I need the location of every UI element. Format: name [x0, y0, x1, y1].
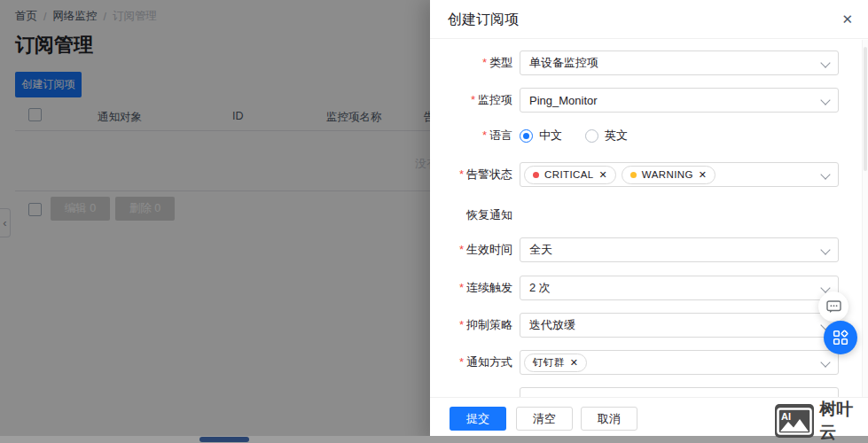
ai-image-logo-icon: AI: [775, 404, 814, 438]
horizontal-scrollbar[interactable]: [0, 436, 868, 443]
app-grid-icon: [833, 330, 848, 346]
tag-critical-label: CRITICAL: [544, 169, 594, 180]
field-label-alert-status: *告警状态: [430, 162, 512, 187]
tag-dingtalk-label: 钉钉群: [533, 356, 565, 369]
screen: 首页 / 网络监控 / 订阅管理 订阅管理 创建订阅项 通知对象 ID 监控项名…: [0, 0, 868, 443]
radio-label-chinese: 中文: [539, 128, 562, 144]
radio-unchecked-icon: [585, 129, 598, 143]
brand-name: 树叶云: [819, 398, 868, 443]
field-row-type: *类型 单设备监控项: [430, 51, 868, 75]
required-mark: *: [459, 281, 464, 294]
field-row-recovery-notice: 恢复通知: [430, 207, 868, 223]
field-label-language: *语言: [430, 127, 512, 144]
field-label-effective-time: *生效时间: [430, 237, 512, 262]
radio-label-english: 英文: [605, 128, 628, 144]
drawer-title: 创建订阅项: [448, 0, 519, 39]
cancel-button[interactable]: 取消: [581, 407, 637, 431]
close-icon[interactable]: ✕: [841, 11, 853, 28]
suppression-policy-select-value: 迭代放缓: [529, 317, 575, 333]
required-mark: *: [471, 93, 475, 106]
create-subscription-drawer: 创建订阅项 ✕ *类型 单设备监控项 *监控项 Ping_Monitor: [430, 0, 868, 443]
radio-option-chinese[interactable]: 中文: [520, 128, 562, 144]
required-mark: *: [459, 243, 464, 256]
horizontal-scrollbar-thumb[interactable]: [199, 437, 249, 442]
field-row-suppression-policy: *抑制策略 迭代放缓: [430, 313, 868, 338]
drawer-header: 创建订阅项 ✕: [430, 0, 868, 39]
field-label-type: *类型: [430, 51, 512, 75]
drawer-scrollbar-thumb[interactable]: [864, 47, 867, 171]
brand-watermark: AI 树叶云: [775, 398, 868, 443]
radio-option-english[interactable]: 英文: [585, 128, 628, 144]
tag-critical: CRITICAL ✕: [524, 166, 616, 184]
field-row-notify-method: *通知方式 钉钉群 ✕: [430, 350, 868, 375]
tag-remove-icon[interactable]: ✕: [699, 169, 707, 181]
clear-button[interactable]: 清空: [516, 407, 573, 431]
consecutive-triggers-select-value: 2 次: [529, 280, 551, 296]
feedback-float-button[interactable]: [818, 291, 848, 322]
tag-warning-label: WARNING: [642, 169, 693, 180]
required-mark: *: [482, 128, 487, 142]
apps-float-button[interactable]: [824, 321, 857, 354]
required-mark: *: [459, 318, 464, 331]
chevron-down-icon: [820, 169, 830, 179]
field-label-recovery-notice: 恢复通知: [430, 207, 512, 223]
effective-time-select-value: 全天: [529, 242, 552, 258]
monitor-item-select-value: Ping_Monitor: [529, 94, 598, 107]
field-label-notify-method: *通知方式: [430, 350, 512, 375]
chat-bubble-icon: [826, 300, 841, 314]
type-select[interactable]: 单设备监控项: [520, 51, 839, 75]
notify-method-multiselect[interactable]: 钉钉群 ✕: [520, 350, 839, 375]
alert-status-multiselect[interactable]: CRITICAL ✕ WARNING ✕: [520, 162, 839, 187]
svg-text:AI: AI: [781, 411, 791, 422]
language-radio-group: 中文 英文: [520, 127, 839, 144]
required-mark: *: [482, 56, 487, 69]
critical-dot-icon: [533, 172, 539, 178]
tag-warning: WARNING ✕: [622, 166, 716, 184]
field-label-suppression-policy: *抑制策略: [430, 313, 512, 338]
warning-dot-icon: [630, 172, 637, 178]
field-row-language: *语言 中文 英文: [430, 127, 868, 144]
tag-dingtalk-group: 钉钉群 ✕: [524, 354, 587, 372]
suppression-policy-select[interactable]: 迭代放缓: [520, 313, 839, 338]
tag-remove-icon[interactable]: ✕: [570, 357, 578, 369]
tag-remove-icon[interactable]: ✕: [599, 169, 607, 181]
monitor-item-select[interactable]: Ping_Monitor: [520, 88, 839, 113]
field-label-monitor-item: *监控项: [430, 88, 512, 113]
chevron-down-icon: [820, 357, 830, 367]
field-row-consecutive-triggers: *连续触发 2 次: [430, 276, 868, 300]
field-row-alert-status: *告警状态 CRITICAL ✕ WARNING ✕: [430, 162, 868, 187]
radio-checked-icon: [520, 129, 533, 143]
required-mark: *: [459, 355, 464, 369]
chevron-down-icon: [820, 58, 830, 67]
field-label-consecutive-triggers: *连续触发: [430, 276, 512, 300]
chevron-down-icon: [820, 95, 830, 105]
effective-time-select[interactable]: 全天: [520, 237, 839, 262]
chevron-down-icon: [820, 245, 830, 254]
consecutive-triggers-select[interactable]: 2 次: [520, 276, 839, 300]
field-row-monitor-item: *监控项 Ping_Monitor: [430, 88, 868, 113]
submit-button[interactable]: 提交: [450, 407, 506, 431]
type-select-value: 单设备监控项: [529, 55, 598, 71]
drawer-scrollbar[interactable]: [862, 40, 868, 436]
required-mark: *: [459, 167, 464, 181]
field-row-effective-time: *生效时间 全天: [430, 237, 868, 262]
